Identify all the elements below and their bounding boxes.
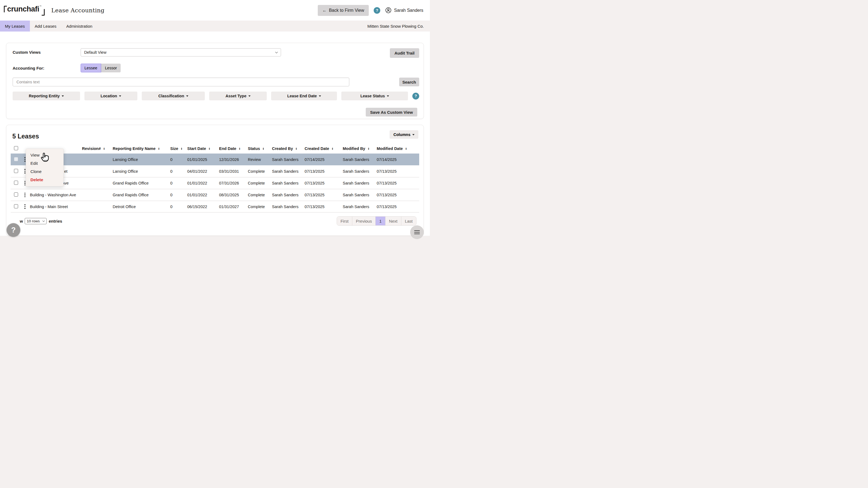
column-header[interactable]: Revision# ▲▼ xyxy=(80,146,111,151)
main-nav: My LeasesAdd LeasesAdministration Mitten… xyxy=(0,21,430,32)
table-row[interactable]: Building - Main Street Detroit Office 0 … xyxy=(11,201,419,212)
column-header[interactable]: Size ▲▼ xyxy=(168,146,185,151)
table-row[interactable]: Building - Monroe Ave Grand Rapids Offic… xyxy=(11,177,419,189)
main-content: Custom Views Default View Audit Trail Ac… xyxy=(0,32,430,236)
column-header[interactable]: Start Date ▲▼ xyxy=(185,146,217,151)
filter-dropdown-button[interactable]: Reporting Entity xyxy=(12,92,80,100)
caret-down-icon xyxy=(119,95,121,97)
end-date-cell: 01/31/2027 xyxy=(217,205,246,209)
created-by-cell: Sarah Sanders xyxy=(270,205,302,209)
filters-help-icon[interactable]: ? xyxy=(412,93,419,99)
table-row[interactable]: Building - Washington Ave Grand Rapids O… xyxy=(11,189,419,201)
audit-trail-button[interactable]: Audit Trail xyxy=(390,48,419,58)
columns-button[interactable]: Columns xyxy=(390,130,418,139)
filter-dropdown-button[interactable]: Lease End Date xyxy=(271,92,337,100)
sort-icon: ▲▼ xyxy=(332,147,333,150)
back-to-firm-view-button[interactable]: ← Back to Firm View xyxy=(318,5,369,16)
table-body: Lansing Office 0 01/01/2025 12/31/2026 R… xyxy=(11,154,419,212)
nav-tab[interactable]: Administration xyxy=(61,21,97,32)
user-menu[interactable]: Sarah Sanders xyxy=(385,7,423,13)
nav-tab[interactable]: Add Leases xyxy=(30,21,61,32)
save-as-custom-view-button[interactable]: Save As Custom View xyxy=(366,108,417,117)
entity-cell: Detroit Office xyxy=(111,205,168,209)
logo-bracket-left-icon xyxy=(4,6,7,12)
end-date-cell: 08/31/2025 xyxy=(217,193,246,197)
column-header[interactable]: End Date ▲▼ xyxy=(217,146,246,151)
column-header[interactable]: Status ▲▼ xyxy=(246,146,270,151)
modified-by-cell: Sarah Sanders xyxy=(341,169,374,174)
entries-label: entries xyxy=(49,219,62,223)
modified-by-cell: Sarah Sanders xyxy=(341,205,374,209)
column-header[interactable]: Reporting Entity Name ▲▼ xyxy=(111,146,168,151)
lease-accounting-app: { "header": { "brand": "crunchafi", "tm"… xyxy=(0,0,430,242)
created-date-cell: 07/13/2025 xyxy=(302,205,341,209)
menu-fab[interactable] xyxy=(410,225,424,239)
created-by-cell: Sarah Sanders xyxy=(270,169,302,174)
filter-dropdown-button[interactable]: Classification xyxy=(142,92,205,100)
context-menu-item[interactable]: Clone xyxy=(26,167,63,176)
page-button[interactable]: 1 xyxy=(375,217,385,225)
page-button[interactable]: Last xyxy=(401,217,416,225)
modified-date-cell: 07/14/2025 xyxy=(374,157,419,162)
trademark-symbol: ™ xyxy=(39,5,41,7)
entity-cell: Grand Rapids Office xyxy=(111,181,168,185)
table-row[interactable]: Lansing Office 0 01/01/2025 12/31/2026 R… xyxy=(11,154,419,165)
start-date-cell: 01/01/2022 xyxy=(185,193,217,197)
page-button[interactable]: Next xyxy=(385,217,401,225)
kebab-menu-icon[interactable] xyxy=(20,193,28,197)
lessor-toggle-button[interactable]: Lessor xyxy=(101,64,121,72)
caret-down-icon xyxy=(248,95,251,97)
context-menu-item[interactable]: Delete xyxy=(26,176,63,184)
sort-icon: ▲▼ xyxy=(209,147,210,150)
brand-wordmark: crunchafi xyxy=(7,5,39,13)
search-button[interactable]: Search xyxy=(399,78,419,86)
start-date-cell: 06/15/2022 xyxy=(185,205,217,209)
column-header[interactable]: Created By ▲▼ xyxy=(270,146,302,151)
row-checkbox[interactable] xyxy=(14,181,18,185)
user-name: Sarah Sanders xyxy=(394,8,423,13)
caret-down-icon xyxy=(387,95,389,97)
page-button[interactable]: Previous xyxy=(352,217,375,225)
sort-icon: ▲▼ xyxy=(239,147,241,150)
caret-down-icon xyxy=(186,95,188,97)
row-checkbox[interactable] xyxy=(14,169,18,173)
end-date-cell: 12/31/2026 xyxy=(217,157,246,162)
filter-dropdown-button[interactable]: Lease Status xyxy=(341,92,408,100)
start-date-cell: 04/01/2022 xyxy=(185,169,217,174)
custom-view-select[interactable]: Default View xyxy=(81,48,281,57)
status-cell: Complete xyxy=(246,205,270,209)
search-input[interactable] xyxy=(12,78,349,86)
filter-dropdown-button[interactable]: Asset Type xyxy=(209,92,267,100)
row-checkbox[interactable] xyxy=(14,192,18,196)
status-cell: Complete xyxy=(246,169,270,174)
kebab-menu-icon[interactable] xyxy=(20,204,28,209)
column-header[interactable]: Modified Date ▲▼ xyxy=(374,146,419,151)
accounting-for-toggle: Lessee Lessor xyxy=(81,64,121,72)
show-label-fragment: w xyxy=(20,219,23,223)
page-button[interactable]: First xyxy=(337,217,352,225)
row-checkbox[interactable] xyxy=(14,157,18,161)
company-name: Mitten State Snow Plowing Co. xyxy=(367,21,430,32)
created-by-cell: Sarah Sanders xyxy=(270,181,302,185)
created-by-cell: Sarah Sanders xyxy=(270,193,302,197)
help-icon[interactable]: ? xyxy=(374,7,380,14)
column-header[interactable]: Modified By ▲▼ xyxy=(341,146,374,151)
modified-date-cell: 07/13/2025 xyxy=(374,193,419,197)
select-all-checkbox[interactable] xyxy=(14,146,18,150)
status-cell: Review xyxy=(246,157,270,162)
lease-name: Building - Main Street xyxy=(28,205,80,209)
table-row[interactable]: et Lansing Office 0 04/01/2022 03/31/203… xyxy=(11,165,419,177)
start-date-cell: 01/01/2025 xyxy=(185,157,217,162)
size-cell: 0 xyxy=(168,157,185,162)
user-avatar-icon xyxy=(385,7,392,13)
lessee-toggle-button[interactable]: Lessee xyxy=(81,64,101,72)
row-checkbox[interactable] xyxy=(14,204,18,208)
nav-tab[interactable]: My Leases xyxy=(0,21,30,32)
filter-dropdown-button[interactable]: Location xyxy=(85,92,137,100)
lease-count-title: 5 Leases xyxy=(11,129,39,140)
column-header[interactable]: Created Date ▲▼ xyxy=(302,146,341,151)
rows-per-page-select[interactable]: 10 rows xyxy=(25,218,46,224)
created-date-cell: 07/13/2025 xyxy=(302,169,341,174)
help-fab[interactable]: ? xyxy=(7,223,20,237)
created-by-cell: Sarah Sanders xyxy=(270,157,302,162)
